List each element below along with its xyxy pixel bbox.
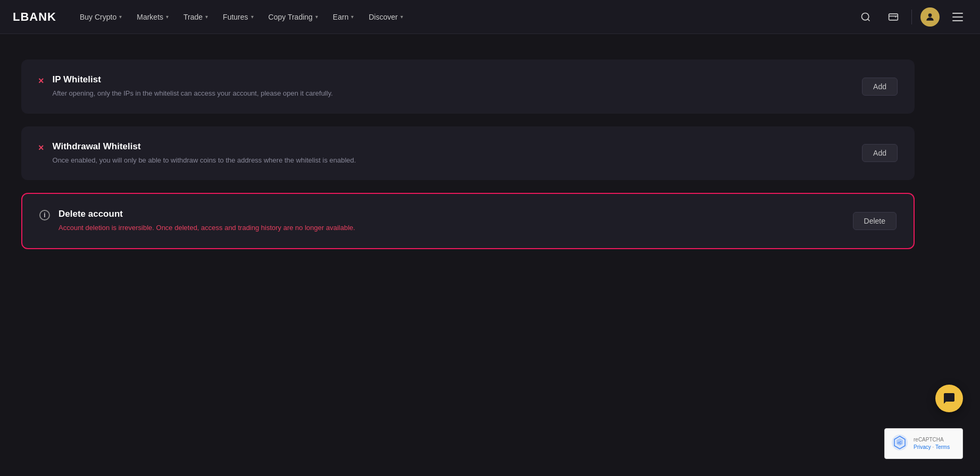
- nav-earn[interactable]: Earn ▾: [326, 8, 361, 26]
- nav-discover-label: Discover: [368, 13, 397, 21]
- delete-account-text: Delete account Account deletion is irrev…: [58, 209, 355, 233]
- svg-line-1: [868, 19, 870, 21]
- hamburger-menu-button[interactable]: [948, 7, 967, 27]
- navbar: LBANK Buy Crypto ▾ Markets ▾ Trade ▾ Fut…: [0, 0, 980, 34]
- ip-whitelist-left: × IP Whitelist After opening, only the I…: [38, 74, 333, 99]
- nav-futures-label: Futures: [223, 13, 248, 21]
- nav-right-actions: [856, 7, 967, 27]
- ip-whitelist-icon: ×: [38, 75, 44, 87]
- x-icon-2: ×: [38, 142, 44, 153]
- recaptcha-label: reCAPTCHA: [914, 436, 950, 444]
- withdrawal-whitelist-icon: ×: [38, 142, 44, 154]
- nav-markets-label: Markets: [137, 13, 163, 21]
- nav-earn-chevron: ▾: [351, 14, 354, 20]
- nav-markets-chevron: ▾: [166, 14, 169, 20]
- nav-earn-label: Earn: [333, 13, 349, 21]
- wallet-button[interactable]: [884, 7, 903, 27]
- nav-buy-crypto-label: Buy Crypto: [80, 13, 116, 21]
- withdrawal-whitelist-title: Withdrawal Whitelist: [53, 141, 356, 152]
- nav-futures[interactable]: Futures ▾: [216, 8, 259, 26]
- nav-discover-chevron: ▾: [400, 14, 403, 20]
- recaptcha-logo: rC: [891, 434, 908, 453]
- wallet-icon: [888, 12, 899, 22]
- withdrawal-whitelist-text: Withdrawal Whitelist Once enabled, you w…: [53, 141, 356, 166]
- info-icon: i: [39, 210, 50, 220]
- avatar-icon: [925, 12, 935, 22]
- nav-buy-crypto[interactable]: Buy Crypto ▾: [73, 8, 128, 26]
- ip-whitelist-desc: After opening, only the IPs in the white…: [53, 88, 333, 99]
- nav-divider: [911, 10, 912, 24]
- search-button[interactable]: [856, 7, 875, 27]
- nav-items: Buy Crypto ▾ Markets ▾ Trade ▾ Futures ▾…: [73, 8, 856, 26]
- recaptcha-links: Privacy · Terms: [914, 444, 950, 451]
- nav-copy-trading[interactable]: Copy Trading ▾: [262, 8, 324, 26]
- delete-account-desc: Account deletion is irreversible. Once d…: [58, 223, 355, 233]
- nav-trade[interactable]: Trade ▾: [177, 8, 214, 26]
- recaptcha-text: reCAPTCHA Privacy · Terms: [914, 436, 950, 451]
- svg-text:rC: rC: [898, 441, 902, 445]
- withdrawal-whitelist-left: × Withdrawal Whitelist Once enabled, you…: [38, 141, 356, 166]
- withdrawal-whitelist-card: × Withdrawal Whitelist Once enabled, you…: [21, 126, 915, 181]
- x-icon: ×: [38, 75, 44, 86]
- ip-whitelist-card: × IP Whitelist After opening, only the I…: [21, 60, 915, 114]
- logo[interactable]: LBANK: [13, 10, 56, 24]
- recaptcha-icon: rC: [891, 434, 908, 451]
- nav-copy-trading-chevron: ▾: [315, 14, 318, 20]
- nav-markets[interactable]: Markets ▾: [130, 8, 175, 26]
- nav-copy-trading-label: Copy Trading: [269, 13, 313, 21]
- search-icon: [860, 12, 871, 22]
- withdrawal-whitelist-add-button[interactable]: Add: [862, 144, 898, 162]
- recaptcha-separator: ·: [933, 444, 934, 450]
- svg-point-3: [928, 13, 932, 17]
- nav-trade-label: Trade: [183, 13, 203, 21]
- nav-buy-crypto-chevron: ▾: [119, 14, 122, 20]
- avatar-button[interactable]: [920, 7, 940, 27]
- ip-whitelist-text: IP Whitelist After opening, only the IPs…: [53, 74, 333, 99]
- ip-whitelist-add-button[interactable]: Add: [862, 78, 898, 96]
- recaptcha-widget: rC reCAPTCHA Privacy · Terms: [884, 428, 963, 459]
- main-content: × IP Whitelist After opening, only the I…: [0, 34, 936, 287]
- svg-point-0: [862, 13, 869, 20]
- delete-account-title: Delete account: [58, 209, 355, 219]
- withdrawal-whitelist-desc: Once enabled, you will only be able to w…: [53, 155, 356, 166]
- hamburger-line-2: [952, 16, 963, 18]
- ip-whitelist-title: IP Whitelist: [53, 74, 333, 85]
- delete-account-button[interactable]: Delete: [853, 212, 897, 230]
- svg-rect-2: [889, 14, 898, 20]
- nav-discover[interactable]: Discover ▾: [362, 8, 409, 26]
- delete-account-card: i Delete account Account deletion is irr…: [21, 193, 915, 249]
- recaptcha-terms-link[interactable]: Terms: [935, 444, 950, 450]
- chat-button[interactable]: [935, 385, 963, 412]
- recaptcha-privacy-link[interactable]: Privacy: [914, 444, 931, 450]
- delete-account-icon: i: [39, 210, 50, 220]
- hamburger-line-3: [952, 20, 963, 21]
- nav-trade-chevron: ▾: [205, 14, 208, 20]
- hamburger-line-1: [952, 13, 963, 14]
- delete-account-left: i Delete account Account deletion is irr…: [39, 209, 355, 233]
- nav-futures-chevron: ▾: [251, 14, 254, 20]
- chat-icon: [943, 392, 956, 405]
